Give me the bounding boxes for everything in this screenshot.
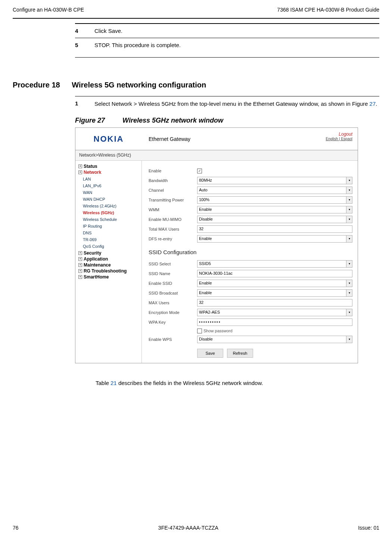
expand-icon[interactable]: + bbox=[78, 275, 82, 279]
expand-icon[interactable]: + bbox=[78, 164, 82, 168]
table-21-link[interactable]: 21 bbox=[111, 380, 117, 386]
step-5: 5 STOP. This procedure is complete. bbox=[75, 38, 379, 58]
chevron-down-icon: ▾ bbox=[346, 309, 352, 316]
app-title: Ethernet Gateway bbox=[142, 128, 283, 150]
figure-title: Figure 27 Wireless 5GHz network window bbox=[75, 117, 379, 124]
ssid-broadcast-label: SSID Broadcast bbox=[149, 291, 197, 295]
txpower-select[interactable]: 100%▾ bbox=[197, 196, 352, 204]
ssid-name-label: SSID Name bbox=[149, 271, 197, 276]
refresh-button[interactable]: Refresh bbox=[227, 349, 253, 358]
figure-27-link[interactable]: 27 bbox=[370, 101, 376, 107]
figure-number: Figure 27 bbox=[75, 117, 105, 124]
enable-wps-label: Enable WPS bbox=[149, 337, 197, 342]
channel-label: Channel bbox=[149, 188, 197, 192]
total-max-users-label: Total MAX Users bbox=[149, 227, 197, 231]
channel-select[interactable]: Auto▾ bbox=[197, 187, 352, 194]
step-5-text: STOP. This procedure is complete. bbox=[94, 42, 181, 48]
chevron-down-icon: ▾ bbox=[346, 177, 352, 184]
sidebar-item-lan-ipv6[interactable]: LAN_IPv6 bbox=[83, 182, 139, 189]
wpa-key-input[interactable]: •••••••••• bbox=[197, 318, 352, 326]
mumimo-label: Enable MU-MIMO bbox=[149, 217, 197, 222]
sidebar: +Status +Network LAN LAN_IPv6 WAN WAN DH… bbox=[75, 161, 142, 363]
dfs-select[interactable]: Enable▾ bbox=[197, 235, 352, 243]
sidebar-item-wireless-24[interactable]: Wireless (2.4GHz) bbox=[83, 203, 139, 209]
procedure-number: Procedure 18 bbox=[13, 81, 60, 89]
header-left: Configure an HA-030W-B CPE bbox=[13, 7, 84, 13]
step-1-number: 1 bbox=[75, 100, 94, 108]
sidebar-item-dns[interactable]: DNS bbox=[83, 230, 139, 236]
wpa-key-label: WPA Key bbox=[149, 320, 197, 324]
ssid-select[interactable]: SSID5▾ bbox=[197, 260, 352, 268]
show-password-checkbox[interactable] bbox=[197, 329, 202, 333]
sidebar-item-lan[interactable]: LAN bbox=[83, 176, 139, 182]
show-password-label: Show password bbox=[203, 329, 233, 333]
expand-icon[interactable]: + bbox=[78, 269, 82, 273]
sidebar-item-wireless-5[interactable]: Wireless (5GHz) bbox=[83, 209, 139, 216]
chevron-down-icon: ▾ bbox=[346, 261, 352, 267]
ssid-max-users-label: MAX Users bbox=[149, 301, 197, 305]
expand-icon[interactable]: + bbox=[78, 263, 82, 267]
sidebar-item-tr069[interactable]: TR-069 bbox=[83, 236, 139, 243]
page-number: 76 bbox=[13, 525, 19, 531]
ssid-select-label: SSID Select bbox=[149, 262, 197, 266]
sidebar-rg-troubleshooting[interactable]: +RG Troubleshooting bbox=[78, 268, 139, 274]
screenshot-frame: NOKIA Ethernet Gateway Logout English | … bbox=[75, 127, 358, 363]
enable-wps-select[interactable]: Disable▾ bbox=[197, 336, 352, 343]
chevron-down-icon: ▾ bbox=[346, 290, 352, 296]
sidebar-item-qos[interactable]: QoS Config bbox=[83, 243, 139, 250]
mumimo-select[interactable]: Disable▾ bbox=[197, 216, 352, 223]
enable-ssid-select[interactable]: Enable▾ bbox=[197, 280, 352, 287]
sidebar-item-wan[interactable]: WAN bbox=[83, 189, 139, 196]
chevron-down-icon: ▾ bbox=[346, 216, 352, 223]
sidebar-item-wireless-schedule[interactable]: Wireless Schedule bbox=[83, 216, 139, 223]
ssid-section-heading: SSID Configuration bbox=[149, 249, 352, 255]
bandwidth-label: Bandwidth bbox=[149, 178, 197, 183]
procedure-heading: Procedure 18 Wireless 5G networking conf… bbox=[13, 81, 379, 89]
sidebar-item-ip-routing[interactable]: IP Routing bbox=[83, 223, 139, 230]
enable-checkbox[interactable]: ✓ bbox=[197, 169, 202, 173]
ssid-broadcast-select[interactable]: Enable▾ bbox=[197, 289, 352, 297]
chevron-down-icon: ▾ bbox=[346, 336, 352, 343]
step-5-number: 5 bbox=[75, 42, 94, 48]
txpower-label: Transmitting Power bbox=[149, 198, 197, 202]
wmm-select[interactable]: Enable▾ bbox=[197, 206, 352, 213]
nokia-logo: NOKIA bbox=[94, 134, 124, 144]
step-4-number: 4 bbox=[75, 28, 94, 34]
sidebar-item-wan-dhcp[interactable]: WAN DHCP bbox=[83, 196, 139, 203]
step-1-text: Select Network > Wireless 5GHz from the … bbox=[94, 100, 377, 108]
save-button[interactable]: Save bbox=[197, 349, 223, 358]
ssid-name-input[interactable]: NOKIA-3030-11ac bbox=[197, 270, 352, 277]
header-right: 7368 ISAM CPE HA-030W-B Product Guide bbox=[277, 7, 379, 13]
expand-icon[interactable]: + bbox=[78, 251, 82, 255]
procedure-title: Wireless 5G networking configuration bbox=[72, 81, 206, 89]
logout-link[interactable]: Logout bbox=[288, 132, 352, 137]
header-rule bbox=[13, 18, 379, 19]
step-4-text: Click Save. bbox=[94, 28, 122, 34]
sidebar-status[interactable]: +Status bbox=[78, 164, 139, 169]
expand-icon[interactable]: + bbox=[78, 257, 82, 261]
form-area: Enable ✓ Bandwidth 80MHz▾ Channel Auto▾ … bbox=[142, 161, 358, 363]
table-caption: Table 21 describes the fields in the Wir… bbox=[96, 380, 379, 386]
sidebar-network[interactable]: +Network bbox=[78, 170, 139, 175]
step-4: 4 Click Save. bbox=[75, 24, 379, 38]
encryption-mode-label: Encryption Mode bbox=[149, 310, 197, 315]
figure-caption: Wireless 5GHz network window bbox=[122, 117, 223, 124]
sidebar-maintenance[interactable]: +Maintenance bbox=[78, 262, 139, 268]
doc-id: 3FE-47429-AAAA-TCZZA bbox=[158, 525, 218, 531]
step-1: 1 Select Network > Wireless 5GHz from th… bbox=[75, 96, 379, 111]
bandwidth-select[interactable]: 80MHz▾ bbox=[197, 177, 352, 184]
chevron-down-icon: ▾ bbox=[346, 280, 352, 287]
chevron-down-icon: ▾ bbox=[346, 187, 352, 194]
enable-ssid-label: Enable SSID bbox=[149, 281, 197, 286]
language-links[interactable]: English | Espaol bbox=[288, 137, 352, 141]
ssid-max-users-input[interactable]: 32 bbox=[197, 299, 352, 307]
issue-number: Issue: 01 bbox=[358, 525, 379, 531]
total-max-users-input[interactable]: 32 bbox=[197, 225, 352, 233]
sidebar-security[interactable]: +Security bbox=[78, 250, 139, 256]
breadcrumb: Network>Wireless (5GHz) bbox=[75, 150, 358, 161]
expand-icon[interactable]: + bbox=[78, 170, 82, 174]
encryption-mode-select[interactable]: WPA2-AES▾ bbox=[197, 309, 352, 316]
chevron-down-icon: ▾ bbox=[346, 235, 352, 242]
sidebar-application[interactable]: +Application bbox=[78, 256, 139, 262]
sidebar-smarthome[interactable]: +SmartHome bbox=[78, 274, 139, 280]
